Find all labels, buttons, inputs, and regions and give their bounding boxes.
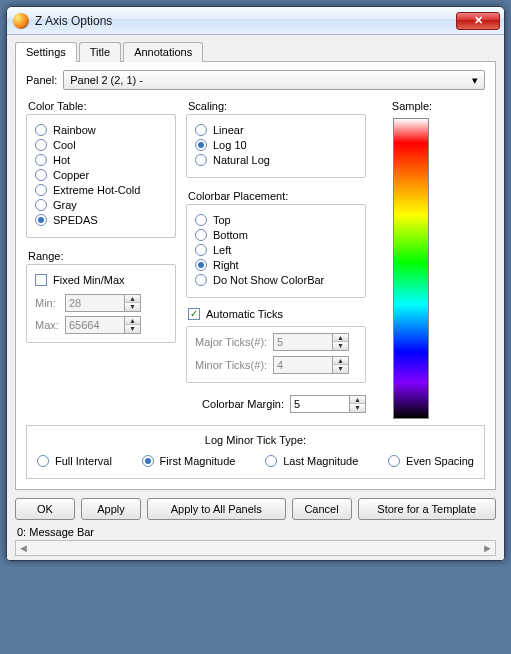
minor-ticks-label: Minor Ticks(#):: [195, 359, 273, 371]
panel-label: Panel:: [26, 74, 57, 86]
radio-full-interval[interactable]: Full Interval: [37, 455, 112, 467]
spin-up-icon[interactable]: ▲: [333, 334, 348, 342]
left-column: Color Table: Rainbow Cool Hot Copper Ext…: [26, 96, 176, 419]
horizontal-scrollbar[interactable]: ◄ ►: [15, 540, 496, 556]
radio-gray[interactable]: Gray: [35, 199, 167, 211]
margin-row: Colorbar Margin: ▲▼: [186, 395, 366, 413]
cancel-button[interactable]: Cancel: [292, 498, 352, 520]
radio-left[interactable]: Left: [195, 244, 357, 256]
margin-label: Colorbar Margin:: [202, 398, 284, 410]
min-spinner[interactable]: ▲▼: [65, 294, 167, 312]
range-label: Range:: [28, 250, 176, 262]
client-area: Settings Title Annotations Panel: Panel …: [7, 35, 504, 560]
dialog-window: Z Axis Options ✕ Settings Title Annotati…: [6, 6, 505, 561]
spin-up-icon[interactable]: ▲: [125, 317, 140, 325]
main-columns: Color Table: Rainbow Cool Hot Copper Ext…: [26, 96, 485, 419]
panel-row: Panel: Panel 2 (2, 1) - ▾: [26, 70, 485, 90]
spin-down-icon[interactable]: ▼: [350, 404, 365, 412]
radio-cool[interactable]: Cool: [35, 139, 167, 151]
check-auto-ticks[interactable]: Automatic Ticks: [188, 308, 366, 320]
range-group: Fixed Min/Max Min: ▲▼ Max: ▲▼: [26, 264, 176, 343]
spin-down-icon[interactable]: ▼: [125, 303, 140, 311]
color-table-group: Rainbow Cool Hot Copper Extreme Hot-Cold…: [26, 114, 176, 238]
radio-copper[interactable]: Copper: [35, 169, 167, 181]
radio-linear[interactable]: Linear: [195, 124, 357, 136]
scaling-group: Linear Log 10 Natural Log: [186, 114, 366, 178]
radio-natlog[interactable]: Natural Log: [195, 154, 357, 166]
scroll-left-icon[interactable]: ◄: [18, 542, 29, 554]
minor-ticks-spinner[interactable]: ▲▼: [273, 356, 357, 374]
titlebar: Z Axis Options ✕: [7, 7, 504, 35]
major-ticks-spinner[interactable]: ▲▼: [273, 333, 357, 351]
tab-annotations[interactable]: Annotations: [123, 42, 203, 62]
scaling-label: Scaling:: [188, 100, 366, 112]
spin-down-icon[interactable]: ▼: [125, 325, 140, 333]
apply-all-button[interactable]: Apply to All Panels: [147, 498, 286, 520]
radio-hot[interactable]: Hot: [35, 154, 167, 166]
radio-top[interactable]: Top: [195, 214, 357, 226]
spin-down-icon[interactable]: ▼: [333, 365, 348, 373]
store-template-button[interactable]: Store for a Template: [358, 498, 497, 520]
apply-button[interactable]: Apply: [81, 498, 141, 520]
app-icon: [13, 13, 29, 29]
check-fixed-minmax[interactable]: Fixed Min/Max: [35, 274, 167, 286]
radio-rainbow[interactable]: Rainbow: [35, 124, 167, 136]
log-tick-label: Log Minor Tick Type:: [37, 434, 474, 446]
tab-title[interactable]: Title: [79, 42, 121, 62]
chevron-down-icon: ▾: [472, 74, 478, 87]
max-label: Max:: [35, 319, 65, 331]
placement-label: Colorbar Placement:: [188, 190, 366, 202]
sample-colorbar: [393, 118, 429, 419]
radio-right[interactable]: Right: [195, 259, 357, 271]
radio-bottom[interactable]: Bottom: [195, 229, 357, 241]
message-bar: 0: Message Bar: [15, 526, 496, 538]
min-input[interactable]: [65, 294, 125, 312]
margin-input[interactable]: [290, 395, 350, 413]
close-button[interactable]: ✕: [456, 12, 500, 30]
middle-column: Scaling: Linear Log 10 Natural Log Color…: [186, 96, 366, 419]
spin-up-icon[interactable]: ▲: [333, 357, 348, 365]
radio-spedas[interactable]: SPEDAS: [35, 214, 167, 226]
radio-even-spacing[interactable]: Even Spacing: [388, 455, 474, 467]
major-ticks-label: Major Ticks(#):: [195, 336, 273, 348]
spin-down-icon[interactable]: ▼: [333, 342, 348, 350]
scroll-right-icon[interactable]: ►: [482, 542, 493, 554]
placement-group: Top Bottom Left Right Do Not Show ColorB…: [186, 204, 366, 298]
major-ticks-input[interactable]: [273, 333, 333, 351]
window-title: Z Axis Options: [35, 14, 456, 28]
margin-spinner[interactable]: ▲▼: [290, 395, 366, 413]
radio-extreme[interactable]: Extreme Hot-Cold: [35, 184, 167, 196]
radio-noshow[interactable]: Do Not Show ColorBar: [195, 274, 357, 286]
radio-first-magnitude[interactable]: First Magnitude: [142, 455, 236, 467]
color-table-label: Color Table:: [28, 100, 176, 112]
log-tick-group: Log Minor Tick Type: Full Interval First…: [26, 425, 485, 479]
spin-up-icon[interactable]: ▲: [125, 295, 140, 303]
ok-button[interactable]: OK: [15, 498, 75, 520]
ticks-group: Major Ticks(#): ▲▼ Minor Ticks(#): ▲▼: [186, 326, 366, 383]
tab-body: Panel: Panel 2 (2, 1) - ▾ Color Table: R…: [15, 62, 496, 490]
max-spinner[interactable]: ▲▼: [65, 316, 167, 334]
tab-strip: Settings Title Annotations: [15, 41, 496, 62]
right-column: Sample:: [376, 96, 446, 419]
radio-log10[interactable]: Log 10: [195, 139, 357, 151]
spin-up-icon[interactable]: ▲: [350, 396, 365, 404]
panel-value: Panel 2 (2, 1) -: [70, 74, 143, 86]
radio-last-magnitude[interactable]: Last Magnitude: [265, 455, 358, 467]
minor-ticks-input[interactable]: [273, 356, 333, 374]
button-row: OK Apply Apply to All Panels Cancel Stor…: [15, 498, 496, 520]
sample-label: Sample:: [392, 100, 432, 112]
panel-dropdown[interactable]: Panel 2 (2, 1) - ▾: [63, 70, 485, 90]
max-input[interactable]: [65, 316, 125, 334]
tab-settings[interactable]: Settings: [15, 42, 77, 62]
min-label: Min:: [35, 297, 65, 309]
